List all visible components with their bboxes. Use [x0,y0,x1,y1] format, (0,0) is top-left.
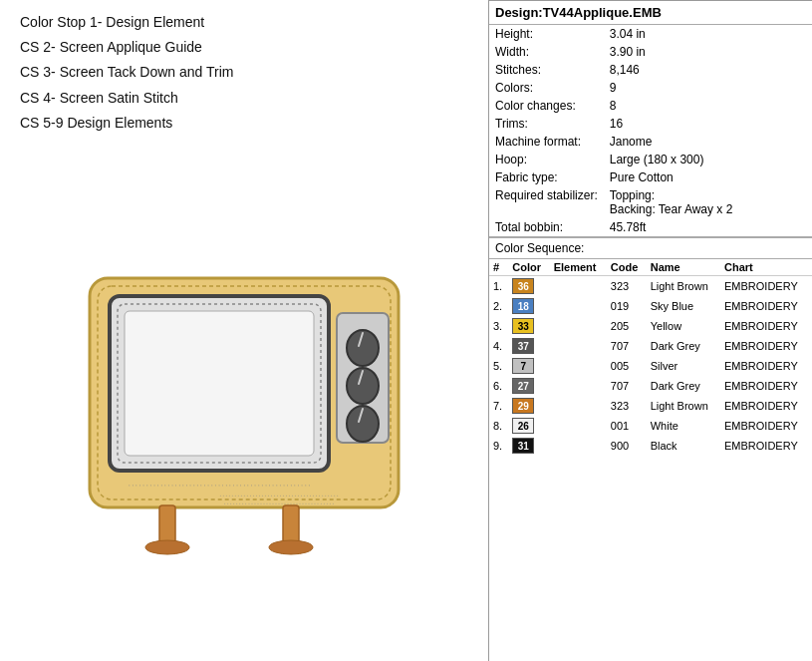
color-swatch: 33 [512,318,534,334]
color-chart: EMBROIDERY [720,416,812,436]
color-swatch: 27 [512,378,534,394]
color-chart: EMBROIDERY [720,336,812,356]
color-code: 900 [607,436,647,456]
color-element [550,416,607,436]
tv-illustration: ········································… [60,258,428,557]
color-element [550,396,607,416]
instruction-line: CS 4- Screen Satin Stitch [20,86,468,111]
info-label: Trims: [489,115,604,133]
color-num: 2. [489,296,508,316]
color-name: Yellow [647,316,720,336]
color-element [550,316,607,336]
color-code: 001 [607,416,647,436]
color-code: 005 [607,356,647,376]
info-row: Fabric type:Pure Cotton [489,168,812,186]
svg-text:······························: ········································… [128,482,311,489]
color-element [550,376,607,396]
svg-rect-15 [159,505,175,545]
color-chart: EMBROIDERY [720,396,812,416]
color-row: 2.18019Sky BlueEMBROIDERY [489,296,812,316]
color-chart: EMBROIDERY [720,376,812,396]
color-chart: EMBROIDERY [720,356,812,376]
color-element [550,436,607,456]
color-num: 7. [489,396,508,416]
info-row: Total bobbin:45.78ft [489,218,812,237]
col-num: # [489,259,508,276]
color-num: 1. [489,276,508,297]
color-row: 5.7005SilverEMBROIDERY [489,356,812,376]
info-value: 8,146 [604,61,812,79]
color-num: 6. [489,376,508,396]
tv-container: ········································… [20,165,468,651]
info-label: Hoop: [489,151,604,168]
color-row: 3.33205YellowEMBROIDERY [489,316,812,336]
color-name: Silver [647,356,720,376]
col-chart: Chart [720,259,812,276]
col-color: Color [508,259,549,276]
info-label: Stitches: [489,61,604,79]
color-swatch: 7 [512,358,534,374]
color-name: Dark Grey [647,336,720,356]
color-code: 323 [607,276,647,297]
info-label: Machine format: [489,133,604,151]
info-row: Height:3.04 in [489,25,812,43]
color-num: 3. [489,316,508,336]
info-label: Total bobbin: [489,218,604,237]
color-name: Black [647,436,720,456]
col-name: Name [647,259,720,276]
color-name: Dark Grey [647,376,720,396]
info-value: Pure Cotton [604,168,812,186]
color-code: 205 [607,316,647,336]
info-row: Required stabilizer:Topping:Backing: Tea… [489,186,812,218]
color-swatch-cell: 18 [508,296,549,316]
info-label: Required stabilizer: [489,186,604,218]
svg-point-17 [145,540,189,554]
instruction-line: Color Stop 1- Design Element [20,10,468,35]
color-swatch: 37 [512,338,534,354]
color-sequence-label: Color Sequence: [489,238,812,259]
color-row: 6.27707Dark GreyEMBROIDERY [489,376,812,396]
svg-rect-16 [283,505,299,545]
info-row: Hoop:Large (180 x 300) [489,151,812,168]
info-row: Color changes:8 [489,97,812,115]
info-label: Height: [489,25,604,43]
info-row: Width:3.90 in [489,43,812,61]
info-label: Width: [489,43,604,61]
color-swatch: 26 [512,418,534,434]
color-table-header-row: # Color Element Code Name Chart [489,259,812,276]
svg-text:······························: ········································ [219,493,339,498]
col-element: Element [550,259,607,276]
color-code: 323 [607,396,647,416]
col-code: Code [607,259,647,276]
color-swatch: 18 [512,298,534,314]
color-name: White [647,416,720,436]
color-chart: EMBROIDERY [720,296,812,316]
color-num: 8. [489,416,508,436]
info-value: 3.90 in [604,43,812,61]
color-swatch-cell: 36 [508,276,549,297]
info-value: Large (180 x 300) [604,151,812,168]
instruction-line: CS 5-9 Design Elements [20,111,468,136]
color-swatch: 31 [512,438,534,454]
info-row: Machine format:Janome [489,133,812,151]
instruction-line: CS 2- Screen Applique Guide [20,35,468,60]
color-name: Light Brown [647,276,720,297]
color-table: # Color Element Code Name Chart 1.36323L… [489,259,812,456]
svg-point-18 [269,540,313,554]
color-row: 9.31900BlackEMBROIDERY [489,436,812,456]
design-title: Design:TV44Applique.EMB [489,1,812,25]
svg-rect-4 [125,311,314,456]
color-row: 1.36323Light BrownEMBROIDERY [489,276,812,297]
left-panel: Color Stop 1- Design ElementCS 2- Screen… [0,0,488,661]
color-num: 9. [489,436,508,456]
color-chart: EMBROIDERY [720,436,812,456]
info-value: Janome [604,133,812,151]
color-code: 707 [607,376,647,396]
info-value: Topping:Backing: Tear Away x 2 [604,186,812,218]
color-swatch-cell: 33 [508,316,549,336]
color-element [550,276,607,297]
color-swatch-cell: 26 [508,416,549,436]
info-label: Fabric type: [489,168,604,186]
color-element [550,336,607,356]
color-element [550,296,607,316]
